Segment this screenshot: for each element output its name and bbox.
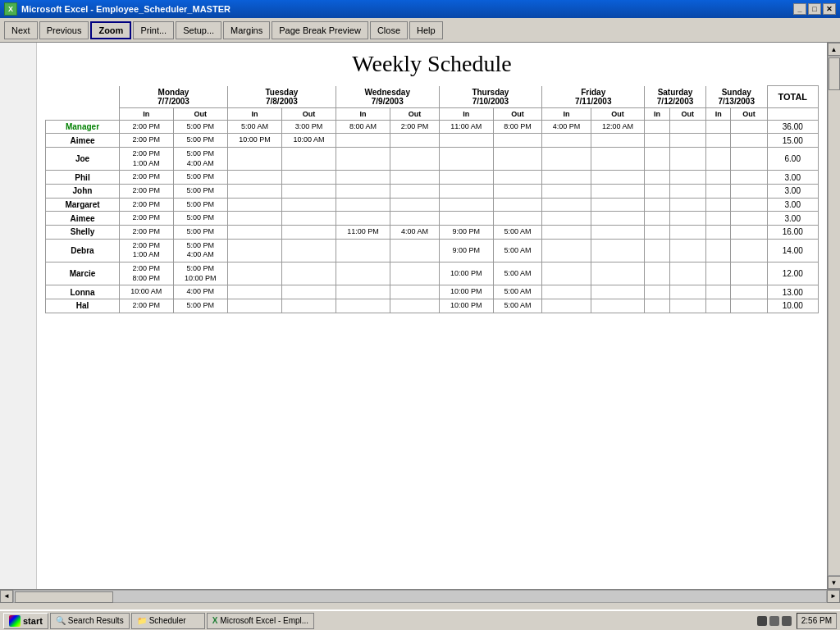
shift-out [282,171,336,185]
employee-name: Aimee [46,212,120,226]
shift-out [731,171,767,185]
sun-out: Out [731,107,767,120]
shift-in [439,212,493,226]
sunday-header: Sunday7/13/2003 [705,86,767,108]
thu-in: In [439,107,493,120]
left-gutter [0,43,37,589]
employee-name: Manager [46,120,120,134]
shift-out: 5:00 AM [493,226,541,240]
shift-out [591,212,645,226]
shift-out [731,184,767,198]
shift-in [336,198,390,212]
shift-out [731,262,767,285]
table-row: Marcie2:00 PM 8:00 PM5:00 PM 10:00 PM10:… [46,262,819,285]
shift-in [542,198,591,212]
shift-out: 5:00 AM [493,299,541,313]
table-row: Debra2:00 PM 1:00 AM5:00 PM 4:00 AM9:00 … [46,239,819,262]
shift-out: 4:00 PM [173,285,227,299]
scroll-track[interactable] [828,56,841,576]
shift-out [493,147,541,170]
close-toolbar-button[interactable]: Close [370,21,408,39]
total-hours: 13.00 [767,285,818,299]
previous-button[interactable]: Previous [39,21,89,39]
scroll-left-button[interactable]: ◄ [0,590,13,603]
shift-in [705,299,731,313]
shift-in [336,212,390,226]
print-button[interactable]: Print... [133,21,174,39]
sun-in: In [705,107,731,120]
shift-in: 2:00 PM [120,299,174,313]
shift-out [731,134,767,148]
shift-in [336,299,390,313]
scroll-thumb[interactable] [829,57,840,90]
horizontal-scrollbar[interactable]: ◄ ► [0,589,840,602]
shift-in: 10:00 AM [120,285,174,299]
content-area[interactable]: Weekly Schedule Monday7/7/2003 Tuesday7/… [37,43,827,589]
shift-in [542,239,591,262]
tray-icon-2 [769,616,779,626]
shift-in [705,134,731,148]
day-header-row: Monday7/7/2003 Tuesday7/8/2003 Wednesday… [46,86,819,108]
total-hours: 3.00 [767,198,818,212]
scroll-down-button[interactable]: ▼ [828,576,841,589]
shift-out [493,212,541,226]
monday-header: Monday7/7/2003 [120,86,228,108]
sat-out: Out [669,107,705,120]
scroll-right-button[interactable]: ► [827,590,840,603]
taskbar-excel[interactable]: X Microsoft Excel - Empl... [207,613,314,629]
restore-button[interactable]: □ [808,3,821,15]
page-break-button[interactable]: Page Break Preview [272,21,368,39]
zoom-button[interactable]: Zoom [90,21,131,39]
shift-in: 10:00 PM [227,134,281,148]
table-row: Manager2:00 PM5:00 PM5:00 AM3:00 PM8:00 … [46,120,819,134]
h-scroll-track[interactable] [13,590,827,603]
h-scroll-thumb[interactable] [15,591,113,603]
minimize-button[interactable]: _ [793,3,806,15]
total-hours: 3.00 [767,212,818,226]
scroll-up-button[interactable]: ▲ [828,43,841,56]
system-clock: 2:56 PM [797,613,837,629]
employee-name: Aimee [46,134,120,148]
shift-in: 9:00 PM [439,226,493,240]
total-header: TOTAL [767,86,818,108]
shift-out [591,299,645,313]
shift-out [591,226,645,240]
table-row: Shelly2:00 PM5:00 PM11:00 PM4:00 AM9:00 … [46,226,819,240]
margins-button[interactable]: Margins [223,21,270,39]
shift-in [705,198,731,212]
shift-in: 11:00 PM [336,226,390,240]
shift-in [645,134,670,148]
shift-in [227,184,281,198]
help-button[interactable]: Help [409,21,443,39]
fri-out: Out [591,107,645,120]
shift-in [336,184,390,198]
setup-button[interactable]: Setup... [176,21,221,39]
shift-in [439,147,493,170]
shift-in [645,285,670,299]
shift-in: 2:00 PM 8:00 PM [120,262,174,285]
taskbar-scheduler[interactable]: 📁 Scheduler [131,613,205,629]
shift-in [542,262,591,285]
shift-in [336,147,390,170]
shift-out [731,147,767,170]
total-hours: 16.00 [767,226,818,240]
schedule-title: Weekly Schedule [45,51,819,77]
shift-in [336,285,390,299]
start-button[interactable]: start [3,613,48,629]
shift-in [439,184,493,198]
shift-in: 2:00 PM [120,184,174,198]
shift-out [282,147,336,170]
shift-in: 2:00 PM [120,198,174,212]
table-row: Margaret2:00 PM5:00 PM3.00 [46,198,819,212]
shift-out [591,171,645,185]
vertical-scrollbar[interactable]: ▲ ▼ [827,43,840,589]
taskbar-search-results[interactable]: 🔍 Search Results [50,613,130,629]
mon-out: Out [173,107,227,120]
window-close-button[interactable]: ✕ [823,3,836,15]
employee-name: John [46,184,120,198]
shift-out [390,212,439,226]
shift-in [705,285,731,299]
table-row: Hal2:00 PM5:00 PM10:00 PM5:00 AM10.00 [46,299,819,313]
shift-in [227,147,281,170]
next-button[interactable]: Next [4,21,38,39]
